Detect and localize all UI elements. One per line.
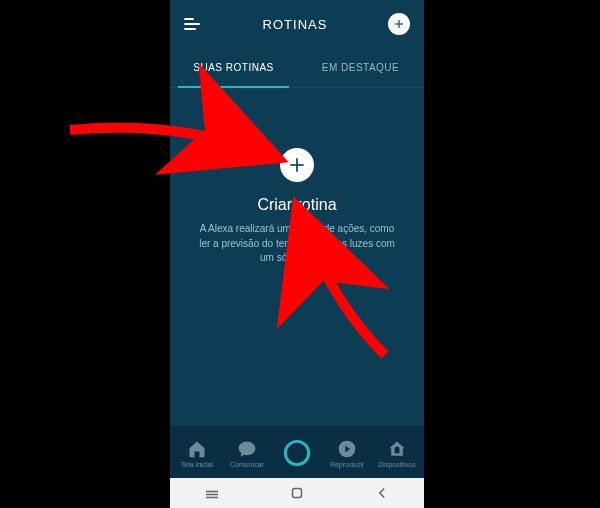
tab-label: EM DESTAQUE bbox=[322, 62, 400, 73]
alexa-ring-icon bbox=[283, 439, 311, 467]
nav-label: Dispositivos bbox=[378, 461, 415, 468]
devices-icon bbox=[387, 439, 407, 459]
nav-label: Tela inicial bbox=[181, 461, 213, 468]
tab-your-routines[interactable]: SUAS ROTINAS bbox=[170, 48, 297, 87]
header-bar: ROTINAS bbox=[170, 0, 424, 48]
android-nav-bar bbox=[170, 478, 424, 508]
menu-icon[interactable] bbox=[184, 15, 202, 33]
nav-communicate[interactable]: Comunicar bbox=[222, 439, 272, 468]
svg-rect-5 bbox=[292, 489, 301, 498]
svg-point-0 bbox=[285, 441, 308, 464]
app-screen: ROTINAS SUAS ROTINAS EM DESTAQUE Criar r… bbox=[170, 0, 424, 508]
nav-label: Reproduzir bbox=[330, 461, 364, 468]
create-routine-title: Criar rotina bbox=[257, 196, 336, 214]
svg-rect-4 bbox=[206, 497, 218, 499]
tab-label: SUAS ROTINAS bbox=[193, 62, 273, 73]
nav-label: Comunicar bbox=[230, 461, 264, 468]
nav-play[interactable]: Reproduzir bbox=[322, 439, 372, 468]
recents-icon bbox=[203, 484, 221, 502]
nav-alexa[interactable] bbox=[272, 439, 322, 467]
empty-state: Criar rotina A Alexa realizará uma série… bbox=[170, 88, 424, 426]
create-routine-button[interactable] bbox=[280, 148, 314, 182]
plus-icon bbox=[287, 155, 307, 175]
add-routine-header-button[interactable] bbox=[388, 13, 410, 35]
home-icon bbox=[187, 439, 207, 459]
back-icon bbox=[373, 484, 391, 502]
recents-button[interactable] bbox=[203, 484, 221, 502]
tabs: SUAS ROTINAS EM DESTAQUE bbox=[170, 48, 424, 88]
back-button[interactable] bbox=[373, 484, 391, 502]
nav-devices[interactable]: Dispositivos bbox=[372, 439, 422, 468]
create-routine-description: A Alexa realizará uma série de ações, co… bbox=[190, 222, 404, 266]
home-nav-icon bbox=[288, 484, 306, 502]
svg-rect-3 bbox=[206, 494, 218, 496]
nav-home[interactable]: Tela inicial bbox=[172, 439, 222, 468]
home-button[interactable] bbox=[288, 484, 306, 502]
play-icon bbox=[337, 439, 357, 459]
chat-icon bbox=[237, 439, 257, 459]
plus-icon bbox=[392, 17, 406, 31]
header-title: ROTINAS bbox=[263, 17, 328, 32]
svg-rect-2 bbox=[206, 491, 218, 493]
bottom-nav: Tela inicial Comunicar Reproduzir Dispos… bbox=[170, 426, 424, 478]
tab-featured[interactable]: EM DESTAQUE bbox=[297, 48, 424, 87]
